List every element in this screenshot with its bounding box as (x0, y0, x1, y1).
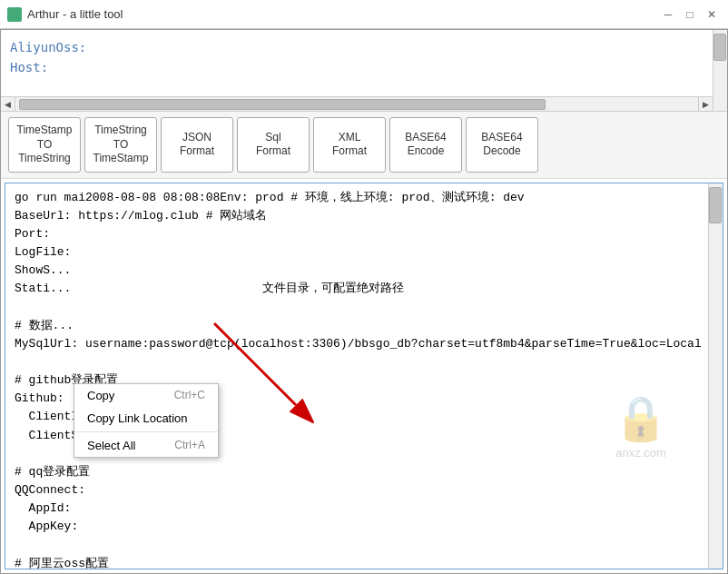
window-title: Arthur - a little tool (27, 7, 659, 21)
close-button[interactable]: ✕ (703, 5, 721, 24)
toolbar-btn-sql-format[interactable]: SqlFormat (237, 117, 310, 173)
copy-shortcut: Ctrl+C (174, 389, 205, 401)
copy-link-label: Copy Link Location (87, 411, 188, 425)
select-all-label: Select All (87, 439, 135, 452)
toolbar-btn-xml-format[interactable]: XMLFormat (313, 117, 386, 173)
context-menu: Copy Ctrl+C Copy Link Location Select Al… (74, 383, 219, 458)
scrollbar-thumb-content[interactable] (709, 187, 722, 223)
toolbar: TimeStampTOTimeString TimeStringTOTimeSt… (1, 112, 727, 179)
vertical-scrollbar-content[interactable] (708, 183, 723, 569)
context-menu-divider (74, 431, 218, 432)
scroll-right-arrow[interactable]: ▶ (698, 97, 713, 112)
top-line2: Host: (10, 57, 700, 77)
horizontal-scrollbar-thumb[interactable] (19, 99, 546, 110)
toolbar-btn-json-format[interactable]: JSONFormat (161, 117, 233, 173)
scroll-left-arrow[interactable]: ◀ (1, 97, 15, 112)
content-text: go run mai2008-08-08 08:08:08Env: prod #… (5, 183, 723, 569)
context-menu-copy-link[interactable]: Copy Link Location (74, 407, 218, 430)
top-area: AliyunOss: Host: ◀ ▶ (1, 30, 727, 112)
copy-label: Copy (87, 389, 114, 402)
main-window: AliyunOss: Host: ◀ ▶ TimeStampTOTimeStri… (0, 29, 728, 574)
scrollbar-thumb-top[interactable] (713, 34, 726, 61)
top-line1: AliyunOss: (10, 37, 700, 57)
maximize-button[interactable]: □ (681, 5, 699, 24)
app-icon (7, 7, 22, 22)
minimize-button[interactable]: ─ (659, 5, 677, 24)
toolbar-btn-base64-decode[interactable]: BASE64Decode (466, 117, 538, 173)
context-menu-select-all[interactable]: Select All Ctrl+A (74, 434, 218, 457)
select-all-shortcut: Ctrl+A (174, 439, 205, 451)
titlebar: Arthur - a little tool ─ □ ✕ (0, 0, 728, 29)
content-scroll: go run mai2008-08-08 08:08:08Env: prod #… (5, 183, 723, 569)
toolbar-btn-timestring-to-timestamp[interactable]: TimeStringTOTimeStamp (84, 117, 157, 173)
window-controls: ─ □ ✕ (659, 5, 721, 24)
horizontal-scrollbar-track[interactable] (15, 97, 698, 111)
content-area[interactable]: go run mai2008-08-08 08:08:08Env: prod #… (5, 183, 723, 569)
toolbar-btn-timestamp-to-timestring[interactable]: TimeStampTOTimeString (8, 117, 81, 173)
context-menu-copy[interactable]: Copy Ctrl+C (74, 384, 218, 407)
vertical-scrollbar-top[interactable] (713, 30, 727, 111)
toolbar-btn-base64-encode[interactable]: BASE64Encode (389, 117, 462, 173)
